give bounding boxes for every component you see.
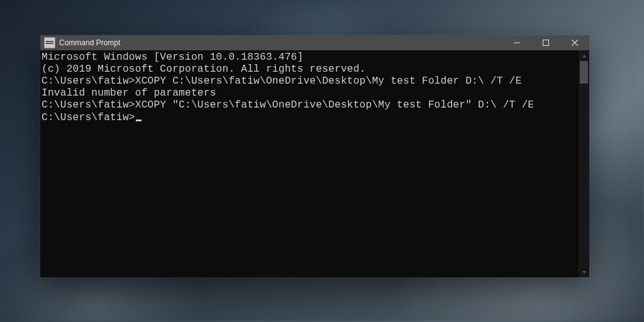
scroll-down-button[interactable] [579, 267, 589, 277]
terminal-line: C:\Users\fatiw>XCOPY "C:\Users\fatiw\One… [42, 99, 576, 111]
scroll-thumb[interactable] [580, 61, 588, 84]
titlebar[interactable]: Command Prompt [40, 35, 589, 50]
close-icon [572, 40, 578, 46]
terminal-line: (c) 2019 Microsoft Corporation. All righ… [42, 64, 576, 75]
close-button[interactable] [560, 35, 589, 50]
terminal-output[interactable]: Microsoft Windows [Version 10.0.18363.47… [40, 50, 579, 277]
terminal-line: Invalid number of parameters [42, 87, 576, 99]
scroll-up-button[interactable] [579, 50, 589, 61]
terminal-line: Microsoft Windows [Version 10.0.18363.47… [42, 52, 576, 64]
command-prompt-window: Command Prompt Microsoft Windows [Versio… [40, 35, 589, 277]
chevron-down-icon [582, 270, 587, 275]
terminal-line: C:\Users\fatiw> [42, 112, 576, 124]
svg-marker-4 [582, 55, 586, 57]
chevron-up-icon [582, 53, 587, 58]
terminal-line: C:\Users\fatiw>XCOPY C:\Users\fatiw\OneD… [42, 75, 576, 87]
maximize-button[interactable] [531, 35, 560, 50]
cursor [136, 119, 142, 121]
cmd-icon [44, 37, 55, 48]
window-title: Command Prompt [59, 38, 120, 47]
maximize-icon [543, 40, 549, 46]
svg-rect-1 [543, 40, 549, 46]
minimize-icon [514, 40, 520, 46]
vertical-scrollbar[interactable] [579, 50, 589, 277]
svg-marker-5 [582, 271, 586, 274]
client-area: Microsoft Windows [Version 10.0.18363.47… [40, 50, 589, 277]
minimize-button[interactable] [502, 35, 531, 50]
